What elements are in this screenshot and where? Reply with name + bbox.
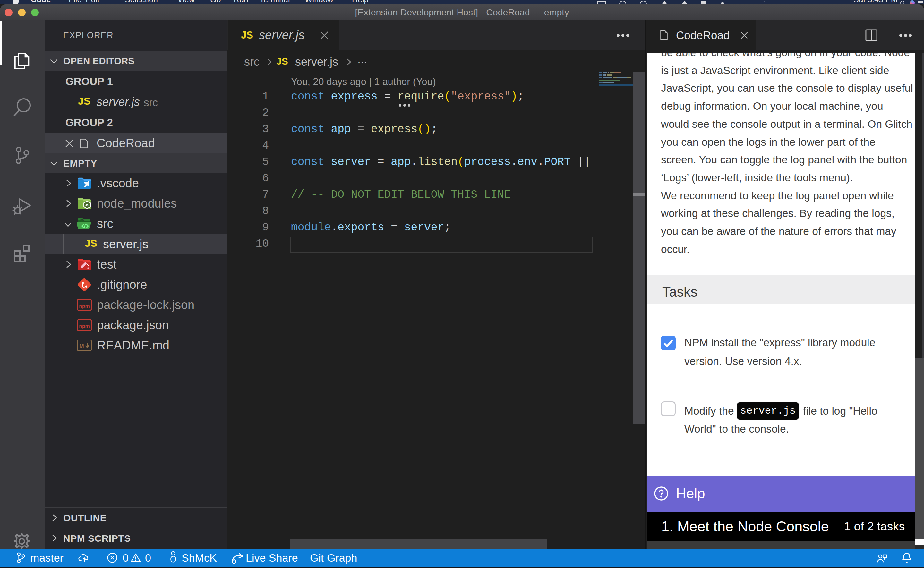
- svg-text:JS: JS: [85, 203, 89, 207]
- svg-text:M: M: [79, 343, 84, 349]
- svg-text:npm: npm: [79, 303, 89, 309]
- svg-text:npm: npm: [79, 323, 89, 329]
